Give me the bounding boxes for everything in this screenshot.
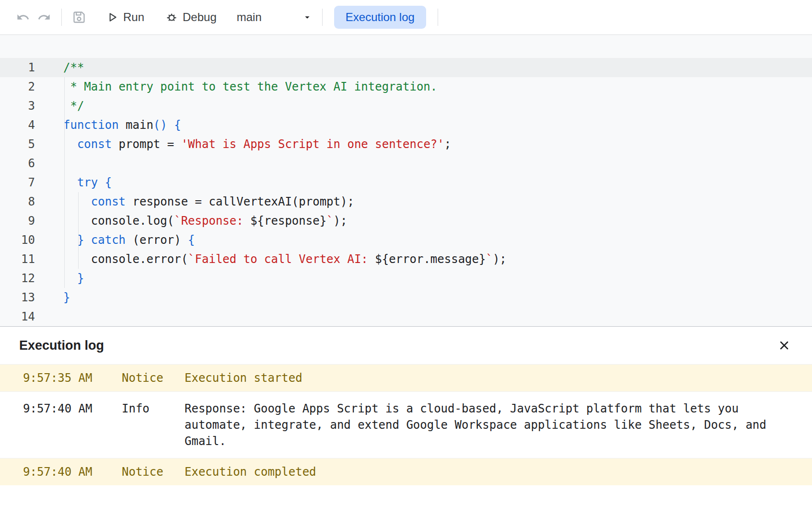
code-content[interactable]: /** <box>35 58 84 77</box>
line-number[interactable]: 11 <box>0 250 35 269</box>
run-label: Run <box>123 11 144 24</box>
log-message: Response: Google Apps Script is a cloud-… <box>185 400 784 449</box>
close-icon <box>777 339 791 352</box>
log-time: 9:57:40 AM <box>23 464 122 480</box>
code-content[interactable]: } catch (error) { <box>35 230 195 250</box>
code-content[interactable]: function main() { <box>35 115 181 135</box>
code-line[interactable]: 2 * Main entry point to test the Vertex … <box>0 77 812 96</box>
code-token: } <box>63 291 70 304</box>
code-token: ${error.message} <box>375 252 486 266</box>
log-message: Execution started <box>185 370 784 386</box>
code-token <box>63 233 77 247</box>
line-number[interactable]: 9 <box>0 211 35 230</box>
code-line[interactable]: 10 } catch (error) { <box>0 230 812 250</box>
code-content[interactable]: } <box>35 269 84 288</box>
code-content[interactable]: */ <box>35 96 84 115</box>
debug-button[interactable]: Debug <box>161 7 221 28</box>
toolbar-divider <box>322 9 323 26</box>
code-line[interactable]: 1/** <box>0 58 812 77</box>
code-token <box>63 176 77 189</box>
code-line[interactable]: 7 try { <box>0 173 812 192</box>
code-line[interactable]: 8 const response = callVertexAI(prompt); <box>0 192 812 211</box>
line-number[interactable]: 14 <box>0 307 35 326</box>
line-number[interactable]: 4 <box>0 115 35 135</box>
redo-icon <box>37 11 51 24</box>
code-token: (error) <box>126 233 188 247</box>
code-content[interactable]: const response = callVertexAI(prompt); <box>35 192 354 211</box>
line-number[interactable]: 13 <box>0 288 35 307</box>
code-line[interactable]: 6 <box>0 154 812 173</box>
code-token: () { <box>153 118 181 132</box>
toolbar: Run Debug main Execution log <box>0 0 812 35</box>
code-content[interactable]: console.error(`Failed to call Vertex AI:… <box>35 250 507 269</box>
code-line[interactable]: 11 console.error(`Failed to call Vertex … <box>0 250 812 269</box>
undo-icon <box>16 11 30 24</box>
line-number[interactable]: 2 <box>0 77 35 96</box>
code-line[interactable]: 9 console.log(`Response: ${response}`); <box>0 211 812 230</box>
code-content[interactable]: const prompt = 'What is Apps Script in o… <box>35 135 451 154</box>
code-line[interactable]: 12 } <box>0 269 812 288</box>
function-selector-value: main <box>237 11 262 24</box>
log-row: 9:57:35 AMNoticeExecution started <box>0 364 812 391</box>
code-token <box>63 272 77 285</box>
code-token: } <box>77 272 84 285</box>
save-button[interactable] <box>69 7 90 28</box>
code-token: ` <box>326 214 333 228</box>
code-editor[interactable]: 1/**2 * Main entry point to test the Ver… <box>0 35 812 326</box>
code-token: ${response} <box>250 214 326 228</box>
code-token: ; <box>444 137 451 151</box>
line-number[interactable]: 5 <box>0 135 35 154</box>
function-selector[interactable]: main <box>234 7 315 28</box>
execution-log-title: Execution log <box>19 338 104 353</box>
code-token <box>63 195 91 208</box>
code-token: 'What is Apps Script in one sentence?' <box>181 137 444 151</box>
code-token: * Main entry point to test the Vertex AI… <box>63 80 437 93</box>
close-button[interactable] <box>774 335 795 356</box>
code-token: { <box>98 176 112 189</box>
log-rows: 9:57:35 AMNoticeExecution started9:57:40… <box>0 364 812 485</box>
line-number[interactable]: 7 <box>0 173 35 192</box>
execution-log-button[interactable]: Execution log <box>334 6 426 29</box>
line-number[interactable]: 12 <box>0 269 35 288</box>
code-content[interactable]: * Main entry point to test the Vertex AI… <box>35 77 437 96</box>
debug-icon <box>165 11 178 23</box>
code-content[interactable] <box>35 154 63 173</box>
line-number[interactable]: 3 <box>0 96 35 115</box>
code-line[interactable]: 5 const prompt = 'What is Apps Script in… <box>0 135 812 154</box>
code-line[interactable]: 4function main() { <box>0 115 812 135</box>
code-token: main <box>119 118 153 132</box>
code-line[interactable]: 14 <box>0 307 812 326</box>
execution-log-header: Execution log <box>0 327 812 364</box>
line-number[interactable]: 10 <box>0 230 35 250</box>
code-content[interactable]: console.log(`Response: ${response}`); <box>35 211 347 230</box>
code-token: const <box>77 137 112 151</box>
execution-log-panel: Execution log 9:57:35 AMNoticeExecution … <box>0 326 812 526</box>
code-token: /** <box>63 61 84 74</box>
undo-button[interactable] <box>12 7 34 28</box>
code-token: `Response: <box>174 214 250 228</box>
code-line[interactable]: 3 */ <box>0 96 812 115</box>
code-token: { <box>188 233 195 247</box>
code-content[interactable]: try { <box>35 173 112 192</box>
code-content[interactable]: } <box>35 288 70 307</box>
log-time: 9:57:35 AM <box>23 370 122 386</box>
toolbar-divider <box>61 9 62 26</box>
code-lines: 1/**2 * Main entry point to test the Ver… <box>0 58 812 326</box>
log-message: Execution completed <box>185 464 784 480</box>
log-level: Notice <box>122 370 185 386</box>
code-line[interactable]: 13} <box>0 288 812 307</box>
run-button[interactable]: Run <box>101 7 149 28</box>
line-number[interactable]: 6 <box>0 154 35 173</box>
line-number[interactable]: 1 <box>0 58 35 77</box>
code-content[interactable] <box>35 307 63 326</box>
code-token: */ <box>63 99 84 113</box>
redo-button[interactable] <box>34 7 55 28</box>
code-token: try <box>77 176 98 189</box>
log-level: Notice <box>122 464 185 480</box>
toolbar-divider <box>438 9 438 26</box>
code-token: function <box>63 118 119 132</box>
chevron-down-icon <box>302 12 313 23</box>
log-time: 9:57:40 AM <box>23 400 122 417</box>
line-number[interactable]: 8 <box>0 192 35 211</box>
log-row: 9:57:40 AMInfoResponse: Google Apps Scri… <box>0 391 812 458</box>
